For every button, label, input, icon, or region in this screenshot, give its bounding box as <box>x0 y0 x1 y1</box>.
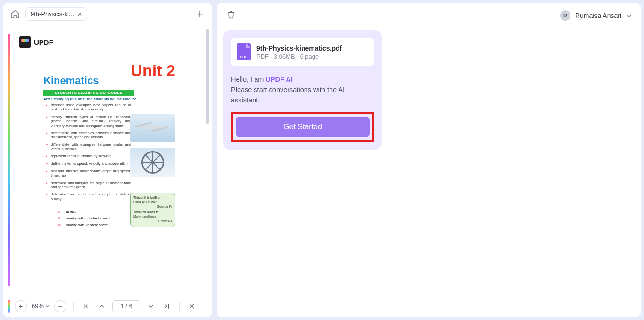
outcome-item: plot and interpret distance-time graph a… <box>45 169 131 178</box>
outcome-item: determine from the shape of the graph, t… <box>45 192 131 201</box>
chat-header: R Rumaisa Ansari <box>217 3 641 28</box>
figure-airplane <box>130 114 175 142</box>
document-viewport[interactable]: UPDF Unit 2 Kinematics STUDENT'S LEARNIN… <box>3 25 212 295</box>
next-page-button[interactable] <box>145 301 157 312</box>
file-meta: 9th-Physics-kinematics.pdf PDF · 3.06MB … <box>256 44 342 60</box>
sub-outcome-item: iii.moving with variable speed. <box>56 223 110 227</box>
updf-logo: UPDF <box>19 36 200 48</box>
file-chip[interactable]: 9th-Physics-kinematics.pdf PDF · 3.06MB … <box>231 38 374 66</box>
unit-title: Unit 2 <box>131 61 175 80</box>
sub-outcome-item: ii.moving with constant speed <box>56 216 110 220</box>
page-1: UPDF Unit 2 Kinematics STUDENT'S LEARNIN… <box>7 29 204 291</box>
chevron-down-icon <box>45 304 50 308</box>
outcome-item: differentiate with examples between scal… <box>45 143 131 152</box>
brand-stripe-small <box>8 300 10 313</box>
outcomes-header: STUDENT'S LEARNING OUTCOMES <box>43 90 134 96</box>
tab-label: 9th-Physics-ki... <box>31 10 74 17</box>
close-icon[interactable]: × <box>78 10 82 17</box>
pdf-file-icon <box>237 43 251 60</box>
zoom-level[interactable]: 69% <box>32 303 50 310</box>
tab-bar: 9th-Physics-ki... × + <box>3 3 212 25</box>
sub-outcomes: i.at rest ii.moving with constant speed … <box>56 210 110 229</box>
prev-page-button[interactable] <box>96 301 107 312</box>
separator <box>179 302 180 311</box>
get-started-button[interactable]: Get Started <box>236 117 370 137</box>
file-name: 9th-Physics-kinematics.pdf <box>256 44 342 52</box>
first-page-button[interactable] <box>80 301 91 312</box>
user-name: Rumaisa Ansari <box>575 12 621 19</box>
info-box: This unit is built on Force and Motion -… <box>130 193 175 227</box>
file-subtitle: PDF · 3.06MB · 6 page <box>256 53 342 60</box>
outcome-item: describe using examples how objects can … <box>45 103 131 112</box>
sub-outcome-item: i.at rest <box>56 210 110 214</box>
outcomes-intro: After studying this unit, the students w… <box>43 97 136 101</box>
ai-greeting: Hello, I am UPDF AI Please start convers… <box>231 75 374 105</box>
trash-icon[interactable] <box>226 10 238 21</box>
home-icon[interactable] <box>8 8 22 21</box>
updf-logo-text: UPDF <box>34 38 53 46</box>
user-menu[interactable]: R Rumaisa Ansari <box>560 10 632 21</box>
cta-highlight-box: Get Started <box>231 112 374 142</box>
figure-ferris-wheel <box>130 148 175 177</box>
zoom-in-button[interactable]: + <box>15 300 27 312</box>
outcome-item: identify different types of motion i.e. … <box>45 115 131 128</box>
scrollbar[interactable] <box>206 29 209 291</box>
document-tab[interactable]: 9th-Physics-ki... × <box>25 7 87 21</box>
separator <box>73 302 74 311</box>
outcomes-list: describe using examples how objects can … <box>45 103 131 204</box>
brand-stripe <box>8 34 10 286</box>
outcome-item: differentiate with examples between dist… <box>45 131 131 140</box>
outcome-item: determine and interpret the slope of dis… <box>45 181 131 190</box>
avatar: R <box>560 10 570 21</box>
chevron-down-icon <box>626 13 632 18</box>
last-page-button[interactable] <box>161 301 173 312</box>
subject-title: Kinematics <box>43 75 99 87</box>
page-indicator[interactable]: 1 / 6 <box>112 300 140 312</box>
outcome-item: define the terms speed, velocity and acc… <box>45 161 131 166</box>
ai-welcome-card: 9th-Physics-kinematics.pdf PDF · 3.06MB … <box>223 30 382 150</box>
ai-chat-panel: R Rumaisa Ansari 9th-Physics-kinematics.… <box>217 3 641 317</box>
updf-badge-icon <box>19 36 31 48</box>
scrollbar-thumb[interactable] <box>206 29 209 124</box>
add-tab-button[interactable]: + <box>193 8 206 21</box>
zoom-out-button[interactable]: − <box>54 300 66 312</box>
close-viewer-button[interactable] <box>186 301 198 312</box>
viewer-toolbar: + 69% − 1 / 6 <box>3 295 212 317</box>
outcome-item: represent vector quantities by drawing. <box>45 154 131 159</box>
pdf-viewer-panel: 9th-Physics-ki... × + UPDF Unit 2 Kinema… <box>3 3 212 317</box>
